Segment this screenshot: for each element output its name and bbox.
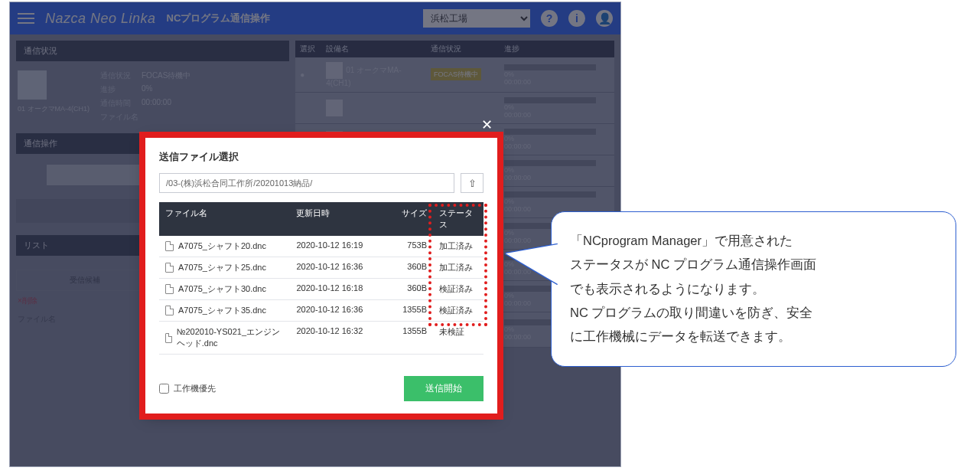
row-machine-name xyxy=(321,95,426,121)
send-button[interactable]: 送信開始 xyxy=(404,376,483,401)
modal-title: 送信ファイル選択 xyxy=(159,150,483,164)
machine-row[interactable]: ●01 オークマMA-4(CH1)FOCAS待機中0%00:00:00 xyxy=(295,57,614,93)
cell-date: 2020-10-12 16:36 xyxy=(290,257,392,278)
callout-line: 「NCprogram Manager」で用意された xyxy=(570,229,937,253)
cell-status: 未検証 xyxy=(433,322,483,354)
menu-icon[interactable] xyxy=(18,10,34,27)
comm-badge: FOCAS待機中 xyxy=(431,68,481,80)
file-row[interactable]: A7075_シャフト20.dnc2020-10-12 16:19753B加工済み xyxy=(159,236,483,257)
path-input[interactable] xyxy=(159,173,454,193)
cell-filename: A7075_シャフト20.dnc xyxy=(159,236,290,257)
help-button[interactable]: ? xyxy=(541,10,558,27)
machine-icon xyxy=(18,70,47,100)
file-name-text: A7075_シャフト35.dnc xyxy=(178,305,266,316)
row-progress: 0%00:00:00 xyxy=(500,60,614,90)
cell-status: 検証済み xyxy=(433,300,483,321)
cell-filename: A7075_シャフト35.dnc xyxy=(159,300,290,321)
status-panel-title: 通信状況 xyxy=(16,41,289,61)
th-name: 設備名 xyxy=(321,41,426,57)
file-row[interactable]: A7075_シャフト25.dnc2020-10-12 16:36360B加工済み xyxy=(159,257,483,279)
file-icon xyxy=(165,306,174,315)
cell-date: 2020-10-12 16:18 xyxy=(290,279,392,299)
file-icon xyxy=(165,241,174,251)
cell-filename: A7075_シャフト30.dnc xyxy=(159,279,290,299)
row-progress: 0%00:00:00 xyxy=(500,124,614,155)
progress-text: 0% xyxy=(504,198,610,205)
file-icon xyxy=(165,263,174,273)
progress-bar xyxy=(504,160,596,166)
col-size[interactable]: サイズ xyxy=(392,202,433,236)
kv-progress-value: 0% xyxy=(142,84,152,95)
th-select: 選択 xyxy=(295,41,321,57)
user-button[interactable]: 👤 xyxy=(596,10,613,27)
progress-text: 0% xyxy=(504,70,610,78)
kv-elapsed-label: 通信時間 xyxy=(100,98,135,109)
row-radio[interactable] xyxy=(295,103,321,113)
cell-date: 2020-10-12 16:32 xyxy=(290,322,392,354)
progress-bar xyxy=(504,129,596,135)
file-icon xyxy=(165,333,172,343)
progress-bar xyxy=(504,97,596,103)
cell-size: 1355B xyxy=(392,300,433,321)
callout-line: ステータスが NC プログラム通信操作画面 xyxy=(570,253,937,276)
row-radio[interactable]: ● xyxy=(295,66,321,83)
row-machine-icon xyxy=(326,100,343,116)
elapsed-text: 00:00:00 xyxy=(504,174,610,181)
page-title: NCプログラム通信操作 xyxy=(167,11,271,25)
row-comm xyxy=(426,103,500,113)
th-comm: 通信状況 xyxy=(426,41,500,57)
elapsed-text: 00:00:00 xyxy=(504,111,610,119)
progress-text: 0% xyxy=(504,103,610,111)
cell-size: 360B xyxy=(392,279,433,299)
machine-table-header: 選択 設備名 通信状況 進捗 xyxy=(295,41,614,57)
cell-size: 1355B xyxy=(392,322,433,354)
progress-text: 0% xyxy=(504,166,610,174)
kv-elapsed-value: 00:00:00 xyxy=(142,98,171,109)
kv-progress-label: 進捗 xyxy=(100,84,135,95)
file-select-modal: ✕ 送信ファイル選択 ⇧ ファイル名 更新日時 サイズ ステータス A7075_… xyxy=(145,138,497,414)
cell-status: 加工済み xyxy=(433,257,483,278)
delete-link[interactable]: ×削除 xyxy=(16,291,39,311)
col-status[interactable]: ステータス xyxy=(433,202,483,236)
progress-text: 0% xyxy=(504,135,610,142)
machine-row[interactable]: 0%00:00:00 xyxy=(295,93,614,124)
kv-commstatus-value: FOCAS待機中 xyxy=(142,70,190,81)
file-icon xyxy=(165,284,174,294)
callout-line: に工作機械にデータを転送できます。 xyxy=(570,325,937,348)
cell-date: 2020-10-12 16:19 xyxy=(290,236,392,257)
row-machine-name: 01 オークマMA-4(CH1) xyxy=(321,57,426,92)
factory-select[interactable]: 浜松工場 xyxy=(423,9,530,28)
file-row[interactable]: A7075_シャフト30.dnc2020-10-12 16:18360B検証済み xyxy=(159,279,483,300)
col-date[interactable]: 更新日時 xyxy=(290,202,392,236)
arrow-up-icon: ⇧ xyxy=(468,178,477,189)
cell-filename: №202010-YS021_エンジンヘッド.dnc xyxy=(159,322,290,354)
cell-filename: A7075_シャフト25.dnc xyxy=(159,257,290,278)
elapsed-text: 00:00:00 xyxy=(504,78,610,86)
explanation-callout: 「NCprogram Manager」で用意された ステータスが NC プログラ… xyxy=(551,211,956,367)
file-row[interactable]: A7075_シャフト35.dnc2020-10-12 16:361355B検証済… xyxy=(159,300,483,322)
folder-up-button[interactable]: ⇧ xyxy=(461,173,483,193)
topbar: Nazca Neo Linka NCプログラム通信操作 浜松工場 ? i 👤 xyxy=(10,2,620,34)
file-name-text: №202010-YS021_エンジンヘッド.dnc xyxy=(177,326,285,349)
file-name-text: A7075_シャフト25.dnc xyxy=(178,262,266,273)
machine-priority-input[interactable] xyxy=(159,384,169,394)
kv-commstatus-label: 通信状況 xyxy=(100,70,135,81)
file-row[interactable]: №202010-YS021_エンジンヘッド.dnc2020-10-12 16:3… xyxy=(159,322,483,355)
machine-priority-checkbox[interactable]: 工作機優先 xyxy=(159,383,216,394)
callout-line: でも表示されるようになります。 xyxy=(570,277,937,301)
kv-file-label: ファイル名 xyxy=(100,112,138,123)
progress-bar xyxy=(504,191,596,198)
machine-name-label: 01 オークマMA-4(CH1) xyxy=(18,104,90,114)
cell-size: 753B xyxy=(392,236,433,257)
cell-status: 検証済み xyxy=(433,279,483,299)
close-icon[interactable]: ✕ xyxy=(481,116,493,133)
machine-priority-label: 工作機優先 xyxy=(174,383,216,394)
file-name-text: A7075_シャフト20.dnc xyxy=(178,240,266,252)
cell-date: 2020-10-12 16:36 xyxy=(290,300,392,321)
brand-title: Nazca Neo Linka xyxy=(45,11,156,27)
callout-line: NC プログラムの取り間違いを防ぎ、安全 xyxy=(570,301,937,325)
col-filename[interactable]: ファイル名 xyxy=(159,202,290,236)
cell-status: 加工済み xyxy=(433,236,483,257)
progress-bar xyxy=(504,64,596,70)
info-button[interactable]: i xyxy=(568,10,585,27)
